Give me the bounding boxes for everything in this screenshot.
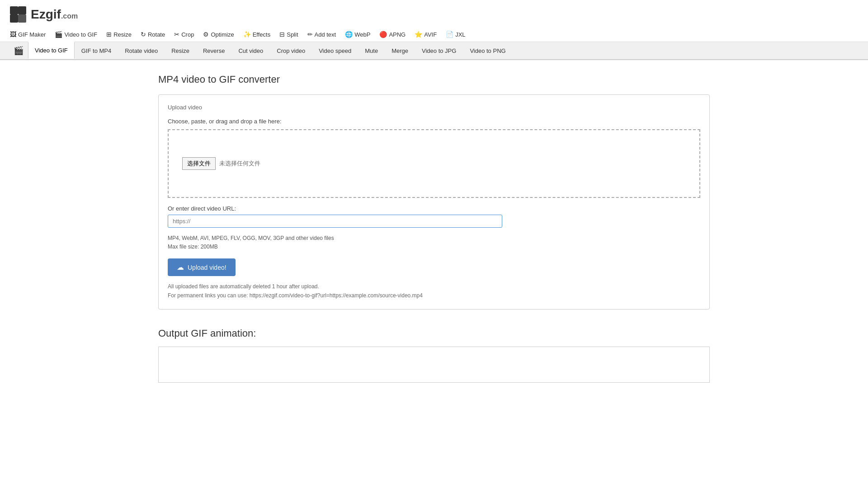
output-title: Output GIF animation: xyxy=(158,328,710,339)
sub-nav-item-video-to-png[interactable]: Video to PNG xyxy=(463,42,512,59)
logo[interactable]: Ezgif.com xyxy=(9,5,78,23)
apng-icon: 🔴 xyxy=(379,31,387,38)
nav-item-webp[interactable]: 🌐 WebP xyxy=(344,29,371,40)
video-to-gif-icon: 🎬 xyxy=(55,31,62,38)
crop-icon: ✂ xyxy=(174,31,179,38)
resize-icon: ⊞ xyxy=(106,31,112,38)
sub-nav-item-gif-to-mp4[interactable]: GIF to MP4 xyxy=(75,42,118,59)
gif-maker-icon: 🖼 xyxy=(10,31,16,38)
effects-icon: ✨ xyxy=(243,31,251,38)
sub-nav-item-crop-video[interactable]: Crop video xyxy=(270,42,312,59)
nav-item-jxl[interactable]: 📄 JXL xyxy=(445,29,466,40)
nav-item-avif[interactable]: ⭐ AVIF xyxy=(414,29,438,40)
nav-item-rotate[interactable]: ↻ Rotate xyxy=(140,29,166,40)
file-info-line2: Max file size: 200MB xyxy=(168,243,700,251)
rotate-icon: ↻ xyxy=(141,31,146,38)
sub-nav-item-video-speed[interactable]: Video speed xyxy=(312,42,358,59)
sub-nav-item-rotate-video[interactable]: Rotate video xyxy=(118,42,165,59)
output-section: Output GIF animation: xyxy=(158,328,710,383)
file-input-label: 未选择任何文件 xyxy=(219,160,260,168)
upload-card: Upload video Choose, paste, or drag and … xyxy=(158,94,710,310)
nav-item-video-to-gif[interactable]: 🎬 Video to GIF xyxy=(54,29,98,40)
svg-rect-0 xyxy=(10,6,18,14)
sub-nav-item-video-to-jpg[interactable]: Video to JPG xyxy=(415,42,463,59)
svg-rect-3 xyxy=(18,14,26,23)
nav-item-resize[interactable]: ⊞ Resize xyxy=(105,29,132,40)
auto-delete-note: All uploaded files are automatically del… xyxy=(168,282,700,300)
drop-zone[interactable]: 选择文件 未选择任何文件 xyxy=(168,129,700,198)
sub-nav-item-resize[interactable]: Resize xyxy=(165,42,196,59)
nav-item-effects[interactable]: ✨ Effects xyxy=(242,29,272,40)
sub-nav-item-reverse[interactable]: Reverse xyxy=(196,42,231,59)
nav-item-gif-maker[interactable]: 🖼 GIF Maker xyxy=(9,29,47,40)
nav-item-apng[interactable]: 🔴 APNG xyxy=(378,29,406,40)
sub-nav-item-video-to-gif[interactable]: Video to GIF xyxy=(28,42,75,59)
svg-rect-2 xyxy=(10,14,18,23)
optimize-icon: ⚙ xyxy=(203,31,209,38)
nav-item-split[interactable]: ⊟ Split xyxy=(278,29,299,40)
jxl-icon: 📄 xyxy=(446,31,453,38)
logo-text: Ezgif.com xyxy=(31,7,78,22)
add-text-icon: ✏ xyxy=(307,31,313,38)
choose-file-button[interactable]: 选择文件 xyxy=(182,157,216,170)
nav-item-add-text[interactable]: ✏ Add text xyxy=(307,29,337,40)
page-title: MP4 video to GIF converter xyxy=(158,74,710,85)
auto-delete-line1: All uploaded files are automatically del… xyxy=(168,282,700,291)
sub-nav-item-cut-video[interactable]: Cut video xyxy=(231,42,270,59)
permanent-link-note: For permanent links you can use: https:/… xyxy=(168,291,700,300)
upload-instruction: Choose, paste, or drag and drop a file h… xyxy=(168,118,700,125)
file-info-line1: MP4, WebM, AVI, MPEG, FLV, OGG, MOV, 3GP… xyxy=(168,234,700,243)
sub-nav-item-mute[interactable]: Mute xyxy=(358,42,385,59)
url-input[interactable] xyxy=(168,215,502,228)
upload-button-label: Upload video! xyxy=(188,264,226,271)
sub-nav-video-icon: 🎬 xyxy=(9,42,28,59)
file-info: MP4, WebM, AVI, MPEG, FLV, OGG, MOV, 3GP… xyxy=(168,234,700,251)
sub-nav: 🎬 Video to GIF GIF to MP4 Rotate video R… xyxy=(0,42,868,60)
output-placeholder xyxy=(158,347,710,383)
upload-button[interactable]: ☁ Upload video! xyxy=(168,258,236,276)
split-icon: ⊟ xyxy=(279,31,285,38)
url-label: Or enter direct video URL: xyxy=(168,205,700,212)
avif-icon: ⭐ xyxy=(415,31,422,38)
svg-rect-1 xyxy=(18,6,26,14)
webp-icon: 🌐 xyxy=(345,31,353,38)
logo-icon xyxy=(9,5,27,23)
header: Ezgif.com xyxy=(0,0,868,27)
upload-card-title: Upload video xyxy=(168,104,700,111)
upload-icon: ☁ xyxy=(177,263,184,272)
nav-item-optimize[interactable]: ⚙ Optimize xyxy=(202,29,235,40)
sub-nav-item-merge[interactable]: Merge xyxy=(385,42,415,59)
main-content: MP4 video to GIF converter Upload video … xyxy=(149,60,719,396)
top-nav: 🖼 GIF Maker 🎬 Video to GIF ⊞ Resize ↻ Ro… xyxy=(0,27,868,42)
nav-item-crop[interactable]: ✂ Crop xyxy=(173,29,195,40)
